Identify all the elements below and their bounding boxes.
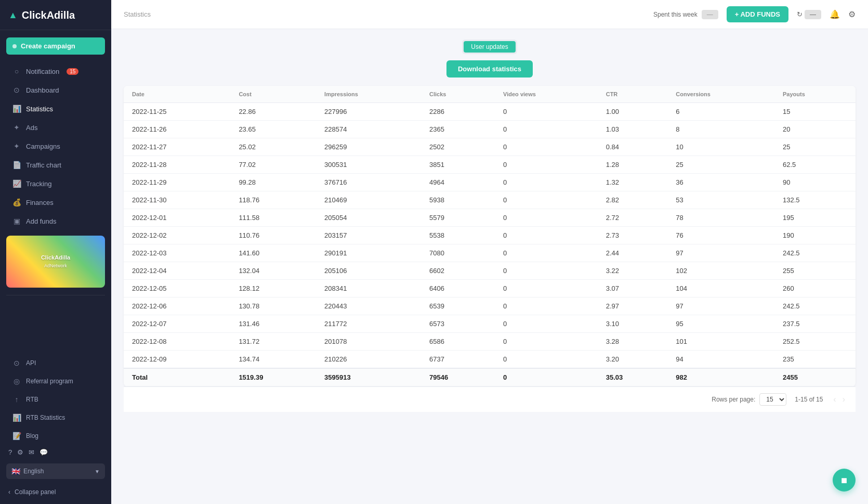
cell-video-views: 0: [495, 209, 598, 227]
refresh-button[interactable]: ↻ —: [797, 10, 821, 19]
total-label: Total: [124, 368, 230, 386]
table-row: 2022-11-2725.02296259250200.841025: [124, 138, 856, 156]
cell-payouts: 132.5: [774, 191, 856, 209]
sidebar-item-blog[interactable]: 📝 Blog: [4, 427, 107, 445]
cell-impressions: 290191: [316, 244, 421, 262]
col-header-video-views: Video views: [495, 86, 598, 103]
cell-video-views: 0: [495, 351, 598, 369]
sidebar-item-notification[interactable]: ○ Notification 15: [4, 62, 107, 80]
total-payouts: 2455: [774, 368, 856, 386]
cell-clicks: 5579: [421, 209, 495, 227]
logo-text: ClickAdilla: [22, 9, 75, 21]
cell-cost: 131.72: [230, 333, 316, 351]
cell-cost: 99.28: [230, 174, 316, 191]
ad-image: ClickAdillaAdNetwork: [6, 236, 105, 288]
filter-tabs: User updates: [462, 40, 517, 54]
cell-clicks: 6406: [421, 280, 495, 298]
topbar-left: Statistics: [124, 10, 151, 18]
cell-payouts: 190: [774, 227, 856, 244]
api-icon: ⊙: [12, 359, 21, 367]
statistics-icon: 📊: [12, 105, 21, 113]
table-row: 2022-12-09134.74210226673703.2094235: [124, 351, 856, 369]
cell-date: 2022-11-28: [124, 156, 230, 174]
cell-date: 2022-12-04: [124, 262, 230, 280]
next-page-button[interactable]: ›: [840, 394, 847, 405]
nav-label-rtb-statistics: RTB Statistics: [26, 414, 65, 421]
cell-cost: 77.02: [230, 156, 316, 174]
nav-label-ads: Ads: [26, 124, 37, 132]
cell-conversions: 53: [667, 191, 774, 209]
total-conversions: 982: [667, 368, 774, 386]
table-row: 2022-11-2877.02300531385101.282562.5: [124, 156, 856, 174]
create-campaign-button[interactable]: Create campaign: [6, 37, 105, 55]
language-selector[interactable]: 🇬🇧 English ▼: [6, 463, 105, 479]
logo-icon: ▲: [8, 10, 18, 21]
chat-bubble-button[interactable]: ■: [833, 469, 856, 492]
rows-per-page-select[interactable]: 15 25 50: [759, 393, 786, 406]
total-ctr: 35.03: [598, 368, 668, 386]
cell-impressions: 210226: [316, 351, 421, 369]
sidebar-item-api[interactable]: ⊙ API: [4, 354, 107, 372]
sidebar-item-add-funds[interactable]: ▣ Add funds: [4, 212, 107, 230]
col-header-impressions: Impressions: [316, 86, 421, 103]
notification-bell-icon[interactable]: 🔔: [830, 9, 840, 19]
cell-conversions: 102: [667, 262, 774, 280]
page-navigation: ‹ ›: [831, 394, 847, 405]
sidebar-item-dashboard[interactable]: ⊙ Dashboard: [4, 81, 107, 99]
settings-icon-sidebar[interactable]: ⚙: [17, 448, 23, 456]
cell-conversions: 36: [667, 174, 774, 191]
cell-payouts: 260: [774, 280, 856, 298]
help-icon[interactable]: ?: [8, 448, 12, 456]
cell-conversions: 97: [667, 244, 774, 262]
refresh-icon: ↻: [797, 10, 803, 18]
table-row: 2022-12-08131.72201078658603.28101252.5: [124, 333, 856, 351]
collapse-panel-button[interactable]: ‹ Collapse panel: [0, 483, 111, 504]
download-statistics-button[interactable]: Download statistics: [446, 60, 533, 77]
add-funds-button[interactable]: + ADD FUNDS: [727, 6, 788, 22]
cell-cost: 128.12: [230, 280, 316, 298]
cell-conversions: 6: [667, 103, 774, 121]
sidebar-item-rtb[interactable]: ↑ RTB: [4, 391, 107, 408]
spent-label: Spent this week: [653, 11, 698, 18]
sidebar-item-finances[interactable]: 💰 Finances: [4, 193, 107, 211]
cell-conversions: 101: [667, 333, 774, 351]
spent-amount: —: [702, 10, 718, 19]
cell-clicks: 4964: [421, 174, 495, 191]
cell-video-views: 0: [495, 156, 598, 174]
sidebar-item-traffic-chart[interactable]: 📄 Traffic chart: [4, 156, 107, 174]
filter-tab-user-updates[interactable]: User updates: [464, 41, 515, 53]
cell-conversions: 25: [667, 156, 774, 174]
table-row: 2022-12-03141.60290191708002.4497242.5: [124, 244, 856, 262]
prev-page-button[interactable]: ‹: [831, 394, 838, 405]
col-header-cost: Cost: [230, 86, 316, 103]
table-row: 2022-11-2522.86227996228601.00615: [124, 103, 856, 121]
cell-video-views: 0: [495, 174, 598, 191]
create-campaign-icon: [12, 44, 17, 48]
cell-cost: 111.58: [230, 209, 316, 227]
sidebar-item-rtb-statistics[interactable]: 📊 RTB Statistics: [4, 409, 107, 427]
topbar-right: Spent this week — + ADD FUNDS ↻ — 🔔 ⚙: [653, 6, 856, 22]
sidebar-item-statistics[interactable]: 📊 Statistics: [4, 100, 107, 118]
cell-video-views: 0: [495, 298, 598, 315]
nav-label-api: API: [26, 359, 36, 367]
settings-gear-icon[interactable]: ⚙: [848, 9, 856, 19]
mail-icon[interactable]: ✉: [29, 448, 34, 456]
cell-video-views: 0: [495, 103, 598, 121]
sidebar-item-campaigns[interactable]: ✦ Campaigns: [4, 137, 107, 155]
cell-cost: 23.65: [230, 121, 316, 138]
cell-clicks: 2365: [421, 121, 495, 138]
cell-clicks: 2286: [421, 103, 495, 121]
chat-icon-sidebar[interactable]: 💬: [40, 448, 48, 456]
sidebar-item-tracking[interactable]: 📈 Tracking: [4, 175, 107, 192]
nav-label-referral: Referral program: [26, 378, 73, 385]
chevron-down-icon: ▼: [95, 469, 100, 474]
cell-date: 2022-12-02: [124, 227, 230, 244]
cell-conversions: 94: [667, 351, 774, 369]
cell-impressions: 300531: [316, 156, 421, 174]
cell-date: 2022-12-05: [124, 280, 230, 298]
cell-video-views: 0: [495, 138, 598, 156]
sidebar-item-ads[interactable]: ✦ Ads: [4, 119, 107, 136]
cell-date: 2022-12-07: [124, 315, 230, 333]
cell-ctr: 3.28: [598, 333, 668, 351]
sidebar-item-referral[interactable]: ◎ Referral program: [4, 372, 107, 390]
